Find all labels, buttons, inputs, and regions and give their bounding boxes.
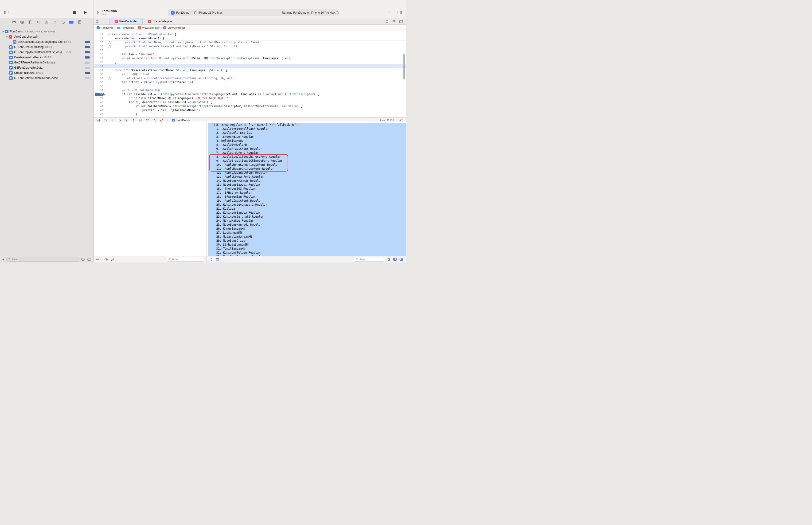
console-line[interactable]: 10. .AppleHongKongChineseFont-Regular (208, 163, 406, 167)
code-line[interactable]: 35 let ctFont = UIFont.systemFont(ofSize… (94, 80, 406, 84)
code-line[interactable]: 30 } (94, 60, 406, 64)
code-line[interactable]: 34// let ctFont = CTFontCreateWithName(f… (94, 76, 406, 80)
breakpoint-filter-input[interactable]: Filter (6, 257, 79, 261)
line-number[interactable]: 27 (94, 48, 106, 52)
breakpoint-toggle-pill[interactable] (85, 67, 90, 69)
info-icon[interactable]: i (111, 258, 114, 261)
go-back-button[interactable]: ‹ (102, 19, 103, 23)
line-number[interactable]: 43 (94, 112, 106, 116)
console-line[interactable]: 9. .AppleTraditionalChineseFont-Regular (208, 159, 406, 163)
console-line[interactable]: 8. .AppleSimplifiedChineseFont-Regular (208, 155, 406, 159)
console-line[interactable]: 19. .AppleIndicFont-Regular (208, 199, 406, 203)
code-line[interactable]: 25// print(ctFont.fontName, ctFont.famil… (94, 41, 406, 44)
debug-navigator-icon[interactable] (61, 20, 65, 24)
breadcrumb-item[interactable]: FontDemo (117, 26, 134, 29)
line-number[interactable]: 42 (94, 108, 106, 112)
line-number[interactable]: 40 (94, 100, 106, 104)
console-line[interactable]: 17. .SFHebrew-Regular (208, 191, 406, 195)
editor-scrollbar[interactable] (403, 54, 405, 79)
line-number[interactable]: 25 (94, 41, 106, 44)
console-line[interactable]: 5. .AppleSymbolsFB (208, 143, 406, 147)
run-button[interactable] (83, 11, 87, 14)
disclosure-chevron-icon[interactable]: ▾ (5, 35, 9, 38)
console-line[interactable]: 20. KohinoorDevanagari-Regular (208, 203, 406, 207)
line-number[interactable]: 39 (94, 96, 106, 100)
code-line[interactable]: 41 if let fallbackName = CTFontDescripto… (94, 104, 406, 108)
show-modified-breakpoints-icon[interactable] (87, 258, 91, 260)
show-console-pane-icon[interactable] (399, 258, 403, 261)
breakpoint-toggle-pill[interactable] (85, 41, 90, 43)
code-line[interactable]: 37 // 3. 获取 fallback 列表 (94, 88, 406, 92)
console-line[interactable]: 11. .AppleMacaoChineseFont-Regular (208, 167, 406, 171)
code-line[interactable]: 32 func printCascadeList(for fontName: S… (94, 69, 406, 72)
console-line[interactable]: 3. .SFGeorgian-Regular (208, 135, 406, 139)
line-number[interactable]: 29 (94, 56, 106, 60)
code-line[interactable]: 43 } (94, 112, 406, 116)
add-breakpoint-button[interactable]: + (2, 258, 4, 261)
line-number[interactable]: 33 (94, 72, 106, 76)
breakpoint-row[interactable]: CTFontCopyDefaultCascadeListForLa...ID 3… (0, 49, 93, 55)
console-line[interactable]: 2. .AppleColorEmojiUI (208, 131, 406, 135)
line-number[interactable]: 30 (94, 60, 106, 64)
console-filter-input[interactable]: Filter (354, 257, 384, 261)
code-line[interactable]: 12 override func viewDidLoad() { (94, 36, 406, 41)
stop-button[interactable] (73, 11, 76, 14)
code-line[interactable]: 33 // 1. 创建 CTFont (94, 72, 406, 76)
line-number[interactable]: 31 (94, 64, 106, 69)
line-number[interactable]: 28 (94, 52, 106, 56)
add-editor-icon[interactable] (399, 20, 403, 23)
console-line[interactable]: 29. NotoSansOriya (208, 239, 406, 243)
bookmarks-navigator-icon[interactable] (28, 20, 33, 24)
breadcrumb-item[interactable]: AFontDemo (96, 26, 113, 29)
tab-viewcontroller[interactable]: SViewController (109, 18, 143, 25)
clear-console-trash-icon[interactable] (387, 258, 390, 261)
breadcrumb-item[interactable]: CViewController (163, 26, 185, 29)
line-number[interactable]: 36 (94, 84, 106, 88)
variables-scope-dropdown[interactable]: All ⌄ (96, 258, 102, 261)
line-number[interactable]: 11 (94, 32, 106, 36)
variables-view[interactable] (94, 121, 206, 256)
console-line[interactable]: 26. KhmerSangamMN (208, 227, 406, 231)
related-items-icon[interactable] (96, 20, 99, 23)
breakpoint-toggle-pill[interactable] (85, 62, 90, 64)
code-line[interactable]: 28 let lan = "zh-Hans" (94, 52, 406, 56)
code-line[interactable]: 39 print("字体 \(fontName) 在 \(languages) … (94, 96, 406, 100)
code-line[interactable]: 29 printCascadeList(for: UIFont.systemFo… (94, 56, 406, 60)
line-number[interactable]: 37 (94, 88, 106, 92)
breakpoint-row[interactable]: CTFontCreateForStringID 1.1 (0, 44, 93, 49)
console-line[interactable]: 31. TamilSangamMN (208, 247, 406, 251)
console-view[interactable]: 字体 .SFUI-Regular 在 ["zh-Hans"] 下的 fallba… (206, 121, 406, 256)
project-row[interactable]: ▾AFontDemo8 Breakpoints (3 disabled) (0, 29, 93, 34)
tests-navigator-icon[interactable] (52, 20, 57, 24)
find-navigator-icon[interactable] (36, 20, 41, 24)
line-number[interactable]: 32 (94, 69, 106, 72)
quicklook-eye-icon[interactable] (104, 258, 108, 261)
code-line[interactable]: 27 (94, 48, 406, 52)
console-line[interactable]: 18. .SFArmenian-Regular (208, 195, 406, 199)
variables-filter-input[interactable]: Filter (167, 257, 204, 261)
breakpoint-toggle-pill[interactable] (85, 51, 90, 53)
breakpoint-row[interactable]: MprintCascadeList(for:languages:) 38ID 2… (0, 39, 93, 44)
toggle-navigator-icon[interactable] (4, 11, 9, 14)
line-number[interactable]: 35 (94, 80, 106, 84)
breakpoint-toggle-pill[interactable] (85, 56, 90, 59)
file-row[interactable]: ▾SViewController.swift (0, 34, 93, 39)
code-line[interactable]: 40 for (i, descriptor) in cascadeList.en… (94, 100, 406, 104)
console-line[interactable]: 字体 .SFUI-Regular 在 ["zh-Hans"] 下的 fallba… (208, 123, 406, 127)
adjust-editor-options-icon[interactable] (392, 19, 396, 23)
console-line[interactable]: 30. SinhalaSangamMN (208, 243, 406, 247)
code-review-icon[interactable] (385, 19, 389, 23)
breakpoint-indicator[interactable] (95, 93, 105, 96)
breakpoint-row[interactable]: GetCTPresetFallbacksDictionary (0, 60, 93, 65)
show-variables-pane-icon[interactable] (393, 258, 397, 261)
console-line[interactable]: 6. .AppleArabicFont-Regular (208, 147, 406, 151)
breadcrumb-item[interactable]: SViewController (138, 26, 160, 29)
console-line[interactable]: 7. .AppleUrduFont-Regular (208, 151, 406, 155)
code-line[interactable]: 38 if let cascadeList = CTFontCopyDefaul… (94, 92, 406, 96)
line-number[interactable]: 12 (94, 36, 106, 41)
console-line[interactable]: 21. Kailasa (208, 207, 406, 211)
console-line[interactable]: 15. NotoSansZawgyi-Regular (208, 183, 406, 187)
console-line[interactable]: 32. KohinoorTelugu-Regular (208, 251, 406, 255)
console-line[interactable]: 24. MuktaMahee-Regular (208, 219, 406, 223)
library-button[interactable]: + (388, 10, 390, 15)
